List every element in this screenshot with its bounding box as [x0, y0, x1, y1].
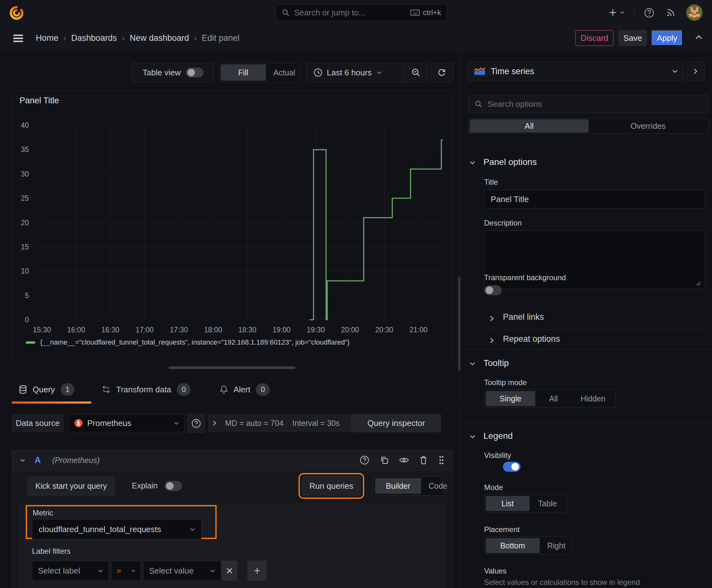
explain-toggle[interactable] [165, 481, 182, 491]
tab-query[interactable]: Query 1 [19, 383, 74, 396]
panel-links-chevron-icon[interactable] [490, 315, 494, 322]
query-row-header[interactable]: A (Prometheus) [12, 450, 453, 470]
svg-text:20:00: 20:00 [341, 326, 359, 334]
actual-option[interactable]: Actual [266, 64, 303, 81]
panel-resize-handle[interactable] [169, 366, 296, 369]
save-button[interactable]: Save [619, 30, 647, 46]
legend-visibility-toggle[interactable] [503, 462, 520, 472]
panel-title: Panel Title [19, 96, 59, 106]
refresh-icon [437, 68, 447, 77]
breadcrumb-new-dashboard[interactable]: New dashboard [130, 33, 189, 43]
collapse-options-chevron-up-icon[interactable] [695, 35, 703, 40]
add-new-button[interactable] [608, 8, 617, 17]
legend-mode-table[interactable]: Table [530, 496, 565, 511]
drag-query-grip-icon[interactable] [438, 456, 445, 465]
resize-corner-icon[interactable] [696, 281, 701, 286]
time-range-label[interactable]: Last 6 hours [327, 68, 372, 78]
datasource-help-button[interactable] [188, 414, 205, 433]
legend-header[interactable]: Legend [483, 431, 513, 441]
refresh-button[interactable] [430, 63, 453, 82]
repeat-options-header[interactable]: Repeat options [503, 334, 560, 344]
fill-option[interactable]: Fill [221, 64, 266, 81]
duplicate-query-icon[interactable] [380, 456, 389, 465]
zoom-out-icon[interactable] [405, 68, 427, 77]
news-rss-icon[interactable] [666, 8, 675, 17]
tab-all[interactable]: All [470, 119, 589, 132]
delete-query-trash-icon[interactable] [419, 456, 428, 465]
legend-series-label[interactable]: {__name__="cloudflared_tunnel_total_requ… [40, 338, 350, 346]
breadcrumb-home[interactable]: Home [36, 33, 58, 43]
collapse-pane-button[interactable] [686, 62, 705, 81]
tab-overrides[interactable]: Overrides [589, 119, 708, 132]
table-view-toggle[interactable] [186, 67, 203, 78]
options-pane: Time series All Overrides Panel options … [464, 51, 712, 588]
title-label: Title [484, 178, 498, 187]
tooltip-mode-label: Tooltip mode [484, 378, 527, 387]
query-ref-id[interactable]: A [35, 455, 41, 465]
tab-alert[interactable]: Alert 0 [220, 383, 270, 396]
transparent-background-toggle[interactable] [484, 285, 502, 295]
tooltip-mode-single[interactable]: Single [486, 391, 535, 406]
menu-icon[interactable] [13, 34, 23, 42]
select-value-dropdown[interactable]: Select value [143, 561, 221, 581]
options-search[interactable] [468, 95, 709, 113]
svg-text:16:30: 16:30 [102, 326, 120, 334]
query-help-icon[interactable] [360, 456, 369, 465]
discard-button[interactable]: Discard [576, 30, 613, 46]
legend-placement-bottom[interactable]: Bottom [486, 538, 540, 553]
title-input[interactable] [484, 190, 705, 209]
grafana-logo-icon[interactable] [9, 5, 24, 21]
query-collapse-chevron-icon[interactable] [20, 459, 25, 462]
tooltip-mode-all[interactable]: All [535, 391, 572, 406]
tooltip-mode-hidden[interactable]: Hidden [572, 391, 614, 406]
query-inspector-button[interactable]: Query inspector [352, 414, 441, 432]
breadcrumb: Home › Dashboards › New dashboard › Edit… [36, 33, 239, 43]
run-queries-button[interactable]: Run queries [302, 477, 361, 495]
table-view-control: Table view [132, 63, 214, 82]
remove-filter-button[interactable] [222, 561, 237, 581]
datasource-name: Prometheus [87, 418, 131, 428]
breadcrumb-dashboards[interactable]: Dashboards [71, 33, 117, 43]
panel-options-chevron-icon[interactable] [470, 161, 475, 165]
builder-option[interactable]: Builder [375, 478, 421, 494]
visualization-picker[interactable]: Time series [468, 62, 684, 81]
select-label-dropdown[interactable]: Select label [32, 561, 109, 581]
options-expand-chevron-icon[interactable] [213, 420, 216, 426]
metric-select[interactable]: cloudflared_tunnel_total_requests [32, 519, 201, 539]
tab-alert-label: Alert [234, 385, 250, 395]
time-series-chart[interactable]: 051015202530354015:3016:0016:3017:0017:3… [12, 116, 453, 339]
add-filter-button[interactable] [247, 561, 266, 581]
main-scrollbar-thumb[interactable] [458, 276, 460, 371]
repeat-options-chevron-icon[interactable] [490, 337, 494, 344]
code-option[interactable]: Code [421, 478, 455, 494]
active-tab-underline [12, 401, 91, 404]
panel-options-header[interactable]: Panel options [483, 157, 537, 167]
legend-swatch[interactable] [26, 341, 35, 344]
query-options-summary[interactable]: MD = auto = 704 Interval = 30s [208, 414, 362, 432]
time-range-chevron-icon[interactable] [377, 71, 382, 75]
explain-label: Explain [132, 481, 157, 490]
operator-dropdown[interactable]: = [111, 561, 141, 581]
tab-transform-data[interactable]: Transform data 0 [102, 383, 191, 396]
kick-start-query-button[interactable]: Kick start your query [28, 477, 114, 495]
tooltip-mode-switch: Single All Hidden [484, 390, 616, 408]
add-new-chevron-icon[interactable] [620, 11, 625, 14]
hide-query-eye-icon[interactable] [399, 457, 409, 464]
legend-mode-list[interactable]: List [486, 496, 530, 511]
table-view-label: Table view [143, 68, 180, 78]
global-search-input[interactable] [294, 7, 407, 18]
metric-value: cloudflared_tunnel_total_requests [39, 525, 161, 534]
panel-links-header[interactable]: Panel links [503, 312, 544, 322]
legend-chevron-icon[interactable] [470, 435, 475, 439]
datasource-picker[interactable]: Prometheus [68, 414, 185, 432]
metric-chevron-icon [190, 528, 195, 531]
tooltip-chevron-icon[interactable] [470, 362, 475, 365]
apply-button[interactable]: Apply [651, 30, 683, 46]
global-search[interactable]: ctrl+k [276, 4, 447, 21]
transform-icon [102, 385, 110, 394]
avatar[interactable] [686, 4, 703, 21]
help-icon[interactable] [644, 8, 654, 18]
tooltip-header[interactable]: Tooltip [483, 358, 509, 368]
legend-placement-right[interactable]: Right [540, 538, 573, 553]
options-search-input[interactable] [487, 99, 703, 109]
